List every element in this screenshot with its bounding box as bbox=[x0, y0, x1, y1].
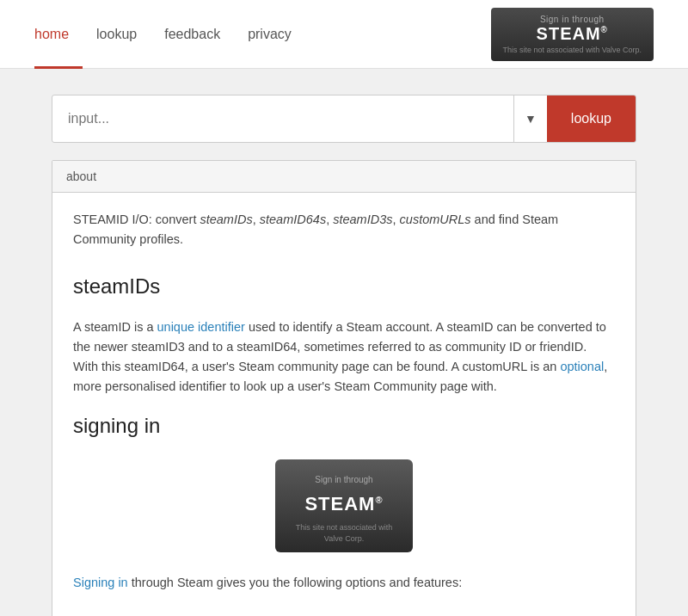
nav: home lookup feedback privacy bbox=[34, 9, 491, 60]
about-content: STEAMID I/O: convert steamIDs, steamID64… bbox=[52, 193, 636, 616]
steamids-body: A steamID is a unique identifier used to… bbox=[73, 317, 615, 397]
steam-not-associated: This site not associated with Valve Corp… bbox=[503, 46, 642, 54]
optional-link[interactable]: optional bbox=[560, 360, 604, 373]
steam-logo: STEAM® bbox=[537, 24, 608, 44]
nav-lookup[interactable]: lookup bbox=[83, 9, 150, 60]
header: home lookup feedback privacy Sign in thr… bbox=[0, 0, 688, 69]
nav-home[interactable]: home bbox=[34, 9, 83, 60]
about-intro: STEAMID I/O: convert steamIDs, steamID64… bbox=[73, 210, 615, 249]
signing-in-link[interactable]: Signing in bbox=[73, 576, 128, 589]
nav-feedback[interactable]: feedback bbox=[150, 9, 234, 60]
about-header: about bbox=[52, 161, 636, 193]
signing-in-intro: Signing in through Steam gives you the f… bbox=[73, 573, 615, 593]
steam-signin-label: Sign in through bbox=[540, 15, 605, 24]
steamids-heading: steamIDs bbox=[73, 270, 615, 303]
search-bar: ▼ lookup bbox=[52, 95, 636, 143]
signing-in-heading: signing in bbox=[73, 410, 615, 442]
about-label: about bbox=[66, 169, 96, 183]
nav-privacy[interactable]: privacy bbox=[234, 9, 305, 60]
lookup-button[interactable]: lookup bbox=[547, 95, 636, 142]
steam-center-not-associated: This site not associated with Valve Corp… bbox=[289, 522, 399, 544]
header-steam-signin-button[interactable]: Sign in through STEAM® This site not ass… bbox=[491, 8, 654, 61]
unique-identifier-link[interactable]: unique identifier bbox=[157, 320, 245, 334]
about-section: about STEAMID I/O: convert steamIDs, ste… bbox=[52, 160, 636, 616]
dropdown-arrow[interactable]: ▼ bbox=[513, 95, 547, 142]
main-content: ▼ lookup about STEAMID I/O: convert stea… bbox=[34, 95, 654, 616]
steam-center-label: Sign in through bbox=[315, 475, 372, 484]
steam-signin-center-button[interactable]: Sign in through STEAM® This site not ass… bbox=[275, 459, 413, 552]
search-input[interactable] bbox=[52, 97, 513, 140]
chevron-down-icon: ▼ bbox=[525, 112, 537, 126]
steam-center-logo: STEAM® bbox=[289, 489, 399, 519]
